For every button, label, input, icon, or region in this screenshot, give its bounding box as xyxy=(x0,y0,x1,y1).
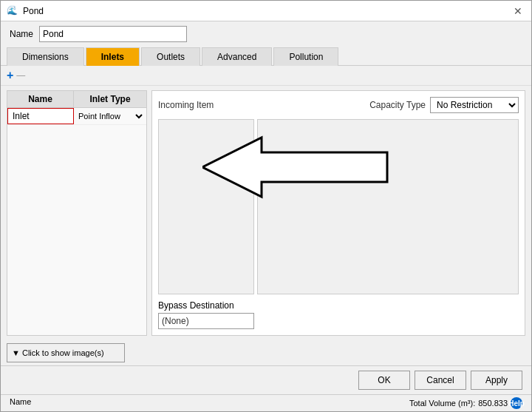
toolbar: + — xyxy=(1,66,531,86)
window-title: Pond xyxy=(23,6,44,16)
bypass-label: Bypass Destination xyxy=(158,300,519,311)
inlet-type-select[interactable]: Point Inflow Direct Inflow Dry Weather xyxy=(75,111,145,121)
table-row: Inlet Point Inflow Direct Inflow Dry Wea… xyxy=(7,108,146,125)
right-panel: Incoming Item Capacity Type No Restricti… xyxy=(151,90,525,336)
total-volume-label: Total Volume (m³): xyxy=(409,399,475,408)
total-volume-value: 850.833 xyxy=(478,399,508,408)
close-button[interactable]: ✕ xyxy=(511,4,525,18)
inner-panels xyxy=(158,119,519,294)
status-right: Total Volume (m³): 850.833 Help xyxy=(409,397,522,409)
show-image-button[interactable]: ▼ Click to show image(s) xyxy=(7,343,125,362)
capacity-row: Incoming Item Capacity Type No Restricti… xyxy=(158,97,519,113)
title-bar-left: 🌊 Pond xyxy=(7,5,44,17)
tab-inlets[interactable]: Inlets xyxy=(86,47,140,66)
show-image-label: ▼ Click to show image(s) xyxy=(12,348,104,357)
help-button[interactable]: Help xyxy=(511,397,522,409)
ok-button[interactable]: OK xyxy=(358,371,410,390)
inner-right-panel xyxy=(257,119,519,294)
inner-left-panel xyxy=(158,119,254,294)
dialog-buttons: OK Cancel Apply xyxy=(1,365,531,394)
tab-dimensions[interactable]: Dimensions xyxy=(7,47,84,66)
cancel-button[interactable]: Cancel xyxy=(415,371,466,390)
table-header: Name Inlet Type xyxy=(7,91,146,108)
capacity-label: Capacity Type xyxy=(369,100,426,110)
tabs-row: Dimensions Inlets Outlets Advanced Pollu… xyxy=(1,47,531,66)
capacity-select[interactable]: No Restriction Fixed Head Weir Orifice xyxy=(430,97,519,113)
main-window: 🌊 Pond ✕ Name Dimensions Inlets Outlets … xyxy=(0,0,532,412)
tab-outlets[interactable]: Outlets xyxy=(141,47,200,66)
pond-icon: 🌊 xyxy=(7,5,18,17)
main-content: Name Inlet Type Inlet Point Inflow Direc… xyxy=(1,86,531,340)
status-name: Name xyxy=(10,397,31,409)
bottom-section: ▼ Click to show image(s) xyxy=(1,340,531,365)
apply-button[interactable]: Apply xyxy=(471,371,522,390)
incoming-label: Incoming Item xyxy=(158,100,214,110)
name-row: Name xyxy=(1,21,531,47)
name-input[interactable] xyxy=(39,26,187,42)
status-bar: Name Total Volume (m³): 850.833 Help xyxy=(1,394,531,411)
bypass-input[interactable] xyxy=(158,313,254,329)
inlet-type-cell[interactable]: Point Inflow Direct Inflow Dry Weather xyxy=(74,108,146,124)
inlet-name-cell[interactable]: Inlet xyxy=(7,108,74,124)
title-bar: 🌊 Pond ✕ xyxy=(1,1,531,21)
add-button[interactable]: + xyxy=(7,69,13,82)
tab-advanced[interactable]: Advanced xyxy=(202,47,272,66)
col-type-header: Inlet Type xyxy=(74,91,146,107)
col-name-header: Name xyxy=(7,91,74,107)
bypass-row: Bypass Destination xyxy=(158,300,519,329)
tab-pollution[interactable]: Pollution xyxy=(273,47,338,66)
inlet-table: Name Inlet Type Inlet Point Inflow Direc… xyxy=(7,90,147,336)
toolbar-separator: — xyxy=(16,70,25,81)
name-label: Name xyxy=(10,29,33,39)
